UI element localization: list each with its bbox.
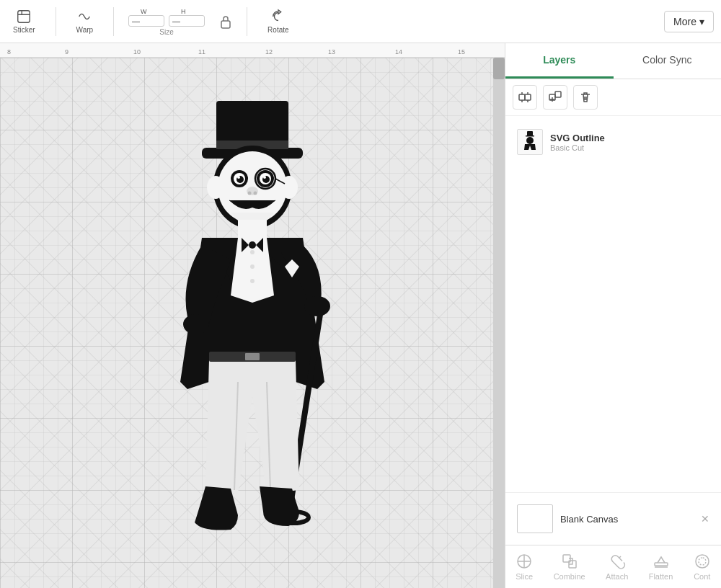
svg-rect-49 [655,563,668,566]
right-panel: Layers Color Sync [505,43,721,588]
scrollbar-thumb[interactable] [493,58,505,79]
flatten-icon [653,553,670,570]
figure-container [144,94,360,540]
group-btn[interactable] [513,85,537,110]
grid-canvas [0,58,493,588]
combine-label: Combine [554,572,585,581]
svg-point-15 [237,176,240,179]
slice-icon [516,553,533,570]
size-label: Size [159,28,173,36]
svg-point-21 [280,176,298,199]
attach-label: Attach [606,572,628,581]
warp-tool[interactable]: Warp [71,6,99,37]
bottom-action-bar: Slice Combine Attach [505,545,721,588]
divider-1 [56,7,56,36]
layer-item-svg[interactable]: SVG Outline Basic Cut [513,123,714,161]
layer-type: Basic Cut [550,143,605,152]
svg-text:H: H [181,8,186,14]
height-value: — [172,17,180,25]
flatten-action[interactable]: Flatten [642,548,681,585]
contour-icon [694,553,711,570]
rotate-tool[interactable]: Rotate [262,6,294,37]
svg-point-19 [254,192,257,195]
svg-point-27 [183,314,209,334]
svg-point-18 [248,192,252,195]
delete-layer-btn[interactable] [573,85,598,110]
lock-aspect-btn[interactable] [219,14,232,30]
combine-icon [561,553,578,570]
svg-point-26 [249,241,256,249]
svg-rect-34 [525,94,531,100]
panel-toolbar [505,79,721,116]
ruler-mark-10: 10 [133,48,141,55]
svg-rect-36 [555,92,561,97]
slice-label: Slice [516,572,533,581]
ruler-top: 8 9 10 11 12 13 14 15 [0,43,505,58]
svg-point-43 [526,137,534,144]
attach-action[interactable]: Attach [598,548,635,585]
rotate-label: Rotate [267,26,288,34]
more-label: More [673,16,696,27]
blank-canvas-thumbnail [517,504,553,533]
layer-info: SVG Outline Basic Cut [550,133,605,152]
ruler-mark-9: 9 [65,48,68,55]
ruler-mark-14: 14 [395,48,402,55]
scrollbar-vertical[interactable] [493,58,505,588]
tab-layers[interactable]: Layers [505,43,614,79]
blank-canvas-label: Blank Canvas [560,514,618,525]
blank-canvas-section: Blank Canvas ✕ [505,492,721,545]
layers-tab-label: Layers [543,54,575,66]
panel-tabs: Layers Color Sync [505,43,721,79]
ruler-mark-12: 12 [265,48,273,55]
attach-icon [609,553,626,570]
tab-color-sync[interactable]: Color Sync [614,43,722,79]
slice-action[interactable]: Slice [508,548,540,585]
sticker-tool[interactable]: Sticker [7,6,41,37]
svg-rect-41 [527,131,533,136]
svg-text:W: W [141,8,147,14]
svg-point-28 [304,296,330,316]
ruler-mark-11: 11 [198,48,205,55]
layer-thumbnail [517,129,543,155]
blank-canvas-item[interactable]: Blank Canvas ✕ [513,500,714,538]
ruler-mark-13: 13 [328,48,335,55]
main-layout: 8 9 10 11 12 13 14 15 [0,43,721,588]
width-value: — [132,17,140,25]
size-control: W — H — Size [128,7,205,36]
svg-rect-33 [519,94,525,100]
layers-list: SVG Outline Basic Cut [505,116,721,492]
blank-canvas-close[interactable]: ✕ [701,513,709,525]
divider-2 [113,7,114,36]
flatten-label: Flatten [649,572,673,581]
warp-label: Warp [76,26,94,34]
contour-label: Cont [694,572,710,581]
svg-point-16 [263,176,266,179]
svg-rect-42 [526,135,534,137]
ruler-mark-15: 15 [458,48,465,55]
svg-point-20 [207,176,224,199]
canvas-area[interactable]: 8 9 10 11 12 13 14 15 [0,43,505,588]
color-sync-tab-label: Color Sync [642,54,691,66]
more-button[interactable]: More ▾ [664,11,714,32]
svg-rect-3 [221,21,230,28]
add-layer-btn[interactable] [543,85,567,110]
toolbar: Sticker Warp W — H — Size [0,0,721,43]
layer-name: SVG Outline [550,133,605,143]
contour-action[interactable]: Cont [686,548,718,585]
combine-action[interactable]: Combine [547,548,593,585]
more-arrow: ▾ [699,16,704,27]
svg-point-25 [250,279,255,283]
divider-3 [247,7,247,36]
svg-point-24 [250,264,255,269]
ruler-mark-8: 8 [7,48,11,55]
svg-rect-32 [245,353,260,360]
svg-rect-0 [18,11,30,23]
svg-point-23 [250,250,255,254]
sticker-label: Sticker [13,26,35,34]
